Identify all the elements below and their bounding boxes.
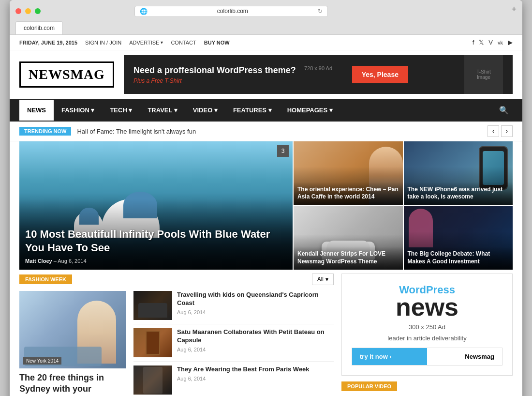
nav-features[interactable]: FEATURES ▾	[225, 100, 280, 121]
side-card-title-1: The oriental experience: Chew – Pan Asia…	[297, 186, 399, 201]
ad-size-label: 728 x 90 Ad	[304, 65, 332, 71]
dropdown-arrow-icon: ▾	[325, 276, 328, 283]
nav-search-icon[interactable]: 🔍	[495, 99, 513, 122]
side-card-2[interactable]: The NEW iPhone6 was arrived just take a …	[404, 141, 513, 205]
wp-news: news	[352, 294, 502, 320]
side-card-overlay-4: The Big College Debate: What Makes A Goo…	[404, 246, 513, 269]
article-date-1: Aug 6, 2014	[177, 309, 334, 315]
side-grid: The oriental experience: Chew – Pan Asia…	[294, 141, 513, 270]
side-card-overlay-1: The oriental experience: Chew – Pan Asia…	[294, 182, 403, 205]
article-title-3: They Are Wearing the Best From Paris Wee…	[177, 366, 334, 374]
nav-homepages[interactable]: HOMEPAGES ▾	[280, 100, 340, 121]
fashion-main-title: The 20 free things in Sydney with your g…	[19, 372, 126, 396]
trending-text: Hall of Fame: The limelight isn't always…	[77, 128, 196, 135]
hero-main-article[interactable]: 3 10 Most Beautifull Infinity Pools With…	[19, 141, 293, 270]
fashion-main-article[interactable]: New York 2014 The 20 free things in Sydn…	[19, 291, 126, 396]
browser-window: 🌐 colorlib.com ↻ + colorlib.com FRIDAY, …	[10, 0, 522, 396]
date-display: FRIDAY, JUNE 19, 2015	[19, 40, 77, 46]
url-text: colorlib.com	[148, 8, 318, 15]
ad-cta-button[interactable]: Yes, Please	[352, 66, 408, 83]
trending-prev-button[interactable]: ‹	[488, 125, 499, 137]
ad-banner: 728 x 90 Ad Need a proffesional WordPres…	[124, 55, 513, 94]
social-icons: f 𝕏 V vk ▶	[473, 39, 513, 46]
wp-brand: Newsmag	[427, 348, 502, 365]
hero-dash: –	[54, 258, 58, 264]
wp-tagline: leader in article deliverability	[352, 335, 502, 342]
address-bar[interactable]: 🌐 colorlib.com ↻	[134, 6, 328, 17]
ad-subtext: Plus a Free T-Shirt	[133, 77, 296, 84]
side-card-4[interactable]: The Big College Debate: What Makes A Goo…	[404, 206, 513, 270]
article-title-1: Travelling with kids on Queensland's Cap…	[177, 291, 334, 307]
contact-link[interactable]: CONTACT	[171, 40, 196, 46]
vk-icon[interactable]: vk	[498, 40, 503, 46]
nav-tech[interactable]: TECH ▾	[102, 100, 140, 121]
fashion-content: New York 2014 The 20 free things in Sydn…	[19, 291, 334, 396]
header: NEWSMAG 728 x 90 Ad Need a proffesional …	[10, 50, 522, 99]
advertise-link[interactable]: ADVERTISE	[129, 40, 159, 46]
nav-travel[interactable]: TRAVEL ▾	[140, 100, 185, 121]
article-info-2: Satu Maaranen Collaborates With Petit Ba…	[177, 328, 334, 352]
article-title-2: Satu Maaranen Collaborates With Petit Ba…	[177, 328, 334, 345]
article-info-1: Travelling with kids on Queensland's Cap…	[177, 291, 334, 315]
vimeo-icon[interactable]: V	[488, 39, 493, 46]
close-dot[interactable]	[15, 8, 21, 14]
article-item[interactable]: Satu Maaranen Collaborates With Petit Ba…	[133, 328, 334, 362]
trending-next-button[interactable]: ›	[501, 125, 513, 137]
nav-video[interactable]: VIDEO ▾	[185, 100, 225, 121]
ad-shirt-image: T-ShirtImage	[464, 55, 503, 94]
filter-dropdown[interactable]: All ▾	[312, 274, 334, 285]
side-card-title-2: The NEW iPhone6 was arrived just take a …	[408, 186, 509, 201]
article-date-2: Aug 6, 2014	[177, 347, 334, 352]
article-list: Travelling with kids on Queensland's Cap…	[133, 291, 334, 396]
top-bar: FRIDAY, JUNE 19, 2015 SIGN IN / JOIN ADV…	[10, 35, 522, 50]
side-card-overlay-2: The NEW iPhone6 was arrived just take a …	[404, 182, 513, 205]
new-tab-button[interactable]: +	[511, 5, 517, 17]
trending-badge: TRENDING NOW	[19, 127, 71, 136]
hero-title: 10 Most Beautifull Infinity Pools With B…	[25, 228, 287, 255]
ad-sidebar: WordPress news 300 x 250 Ad leader in ar…	[341, 274, 513, 396]
side-card-overlay-3: Kendall Jenner Strips For LOVE Newsmag W…	[294, 246, 403, 269]
side-card-title-3: Kendall Jenner Strips For LOVE Newsmag W…	[297, 250, 399, 265]
browser-chrome: 🌐 colorlib.com ↻ + colorlib.com	[10, 0, 522, 35]
signin-link[interactable]: SIGN IN / JOIN	[85, 40, 121, 46]
article-item[interactable]: Travelling with kids on Queensland's Cap…	[133, 291, 334, 324]
buy-now-link[interactable]: BUY NOW	[204, 40, 230, 46]
fashion-location-badge: New York 2014	[23, 357, 61, 365]
article-info-3: They Are Wearing the Best From Paris Wee…	[177, 366, 334, 381]
wordpress-ad[interactable]: WordPress news 300 x 250 Ad leader in ar…	[341, 274, 513, 376]
wp-cta-button[interactable]: try it now ›	[352, 348, 427, 365]
page-content: FRIDAY, JUNE 19, 2015 SIGN IN / JOIN ADV…	[10, 35, 522, 396]
browser-tab[interactable]: colorlib.com	[15, 21, 63, 34]
fashion-section: FASHION WEEK All ▾ New York 2014	[19, 274, 334, 396]
advertise-arrow: ▾	[161, 40, 163, 45]
side-card-3[interactable]: Kendall Jenner Strips For LOVE Newsmag W…	[294, 206, 403, 270]
main-nav: NEWS FASHION ▾ TECH ▾ TRAVEL ▾ VIDEO ▾ F…	[10, 99, 522, 122]
side-card-title-4: The Big College Debate: What Makes A Goo…	[408, 250, 509, 265]
bottom-section: FASHION WEEK All ▾ New York 2014	[10, 274, 522, 396]
side-card-1[interactable]: The oriental experience: Chew – Pan Asia…	[294, 141, 403, 205]
hero-count-badge: 3	[277, 145, 289, 157]
fashion-section-header: FASHION WEEK All ▾	[19, 274, 334, 285]
nav-news[interactable]: NEWS	[19, 100, 54, 121]
minimize-dot[interactable]	[25, 8, 31, 14]
nav-fashion[interactable]: FASHION ▾	[54, 100, 102, 121]
article-thumb-3	[133, 366, 172, 395]
popular-badge: POPULAR VIDEO	[341, 381, 397, 391]
article-item[interactable]: They Are Wearing the Best From Paris Wee…	[133, 366, 334, 396]
fashion-badge: FASHION WEEK	[19, 274, 72, 284]
fashion-main-image: New York 2014	[19, 291, 126, 368]
article-thumb-2	[133, 328, 172, 357]
twitter-icon[interactable]: 𝕏	[479, 39, 484, 46]
article-thumb-1	[133, 291, 172, 320]
article-date-3: Aug 6, 2014	[177, 376, 334, 381]
facebook-icon[interactable]: f	[473, 39, 474, 46]
hero-meta: Matt Cloey – Aug 6, 2014	[25, 258, 287, 264]
hero-date: Aug 6, 2014	[58, 258, 86, 264]
hero-author: Matt Cloey	[25, 258, 52, 264]
youtube-icon[interactable]: ▶	[508, 39, 513, 46]
wp-cta[interactable]: try it now › Newsmag	[352, 348, 502, 366]
trending-bar: TRENDING NOW Hall of Fame: The limelight…	[10, 122, 522, 141]
hero-section: 3 10 Most Beautifull Infinity Pools With…	[10, 141, 522, 270]
maximize-dot[interactable]	[35, 8, 41, 14]
site-logo[interactable]: NEWSMAG	[19, 61, 114, 88]
